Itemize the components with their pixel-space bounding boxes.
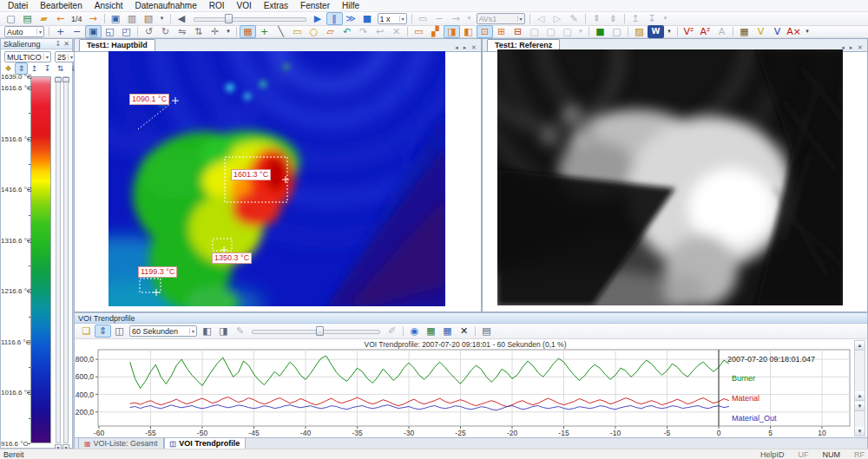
page-down-button[interactable]: ⇟	[605, 12, 621, 25]
voi-group-button[interactable]: ▢	[526, 25, 542, 38]
zoom-in-button[interactable]: +	[52, 25, 69, 38]
temperature-color-scale[interactable]	[30, 76, 51, 443]
voi-table-button[interactable]: ▦	[736, 25, 753, 38]
print-button[interactable]: ▤	[478, 325, 495, 338]
grid-on-button[interactable]: ■	[592, 25, 608, 38]
sequence-dropdown[interactable]: ▾	[464, 12, 475, 25]
menu-datenaufnahme[interactable]: Datenaufnahme	[129, 0, 203, 11]
copy-trend-button[interactable]: ❏	[78, 325, 95, 338]
next-frame-button[interactable]: ▷	[549, 12, 566, 25]
trend-autoscale-button[interactable]: ⇕	[95, 325, 111, 338]
voi-v4-button[interactable]: V	[769, 25, 786, 38]
tab-nav-buttons[interactable]: ◂ ▸ ✕	[841, 44, 867, 51]
voi-rect-button[interactable]: ▭	[411, 25, 427, 38]
voi-paste-button[interactable]: ⊞	[493, 25, 510, 38]
voi-v3-button[interactable]: V	[753, 25, 769, 38]
trend-scrollbar[interactable]: ▲ ▲ ▼ ▼	[854, 340, 865, 436]
voi-v2-button[interactable]: V²	[681, 25, 697, 38]
next-image-button[interactable]: →	[85, 12, 102, 25]
delete-roi-button[interactable]: ✕	[388, 25, 404, 38]
voi-move-button[interactable]: ◧	[460, 25, 477, 38]
stop-button[interactable]: ■	[359, 12, 376, 25]
undo-roi-button[interactable]: ↶	[339, 25, 355, 38]
view-dropdown[interactable]: ▾	[223, 25, 233, 38]
menu-voi[interactable]: VOI	[230, 0, 257, 11]
reference-image[interactable]	[497, 49, 843, 305]
spot-label-4[interactable]: 1199.3 °C	[138, 266, 177, 278]
menu-hilfe[interactable]: Hilfe	[336, 0, 365, 11]
levels-combo[interactable]: 256▾	[55, 51, 76, 62]
trend-time-slider[interactable]	[252, 325, 380, 337]
palette-button[interactable]: ▨	[631, 25, 648, 38]
scale-min-button[interactable]: ↧	[41, 62, 54, 75]
audio-button[interactable]: ◀	[174, 12, 190, 25]
fit-window-button[interactable]: ▣	[85, 25, 102, 38]
trend-chart-svg[interactable]: -60-55-50-45-40-35-30-25-20-15-10-505101…	[75, 339, 856, 437]
annotate-button[interactable]: ✎	[566, 12, 582, 25]
grid-off-button[interactable]: ▢	[608, 25, 625, 38]
scale-max-slider-thumb[interactable]	[55, 77, 62, 82]
zoom-out-button[interactable]: −	[69, 25, 85, 38]
record-button[interactable]: ▭	[415, 12, 431, 25]
fast-forward-button[interactable]: ≫	[343, 12, 359, 25]
roi-rect-button[interactable]: ▭	[289, 25, 306, 38]
voi-ax-button[interactable]: A×	[786, 25, 802, 38]
speed-combo[interactable]: 1 x▾	[378, 13, 407, 24]
playback-position-slider[interactable]	[194, 13, 306, 24]
palette-combo[interactable]: MULTICOLOR▾	[4, 51, 51, 62]
remove-sequence-button[interactable]: −	[431, 12, 448, 25]
pin-icon[interactable]: ↧	[56, 40, 62, 49]
copy-image-button[interactable]: ▥	[124, 12, 141, 25]
scale-max-slider[interactable]	[56, 76, 61, 443]
pan-button[interactable]: ✛	[207, 25, 223, 38]
roi-grid-button[interactable]: ▦	[240, 25, 256, 38]
new-document-button[interactable]: ▢	[3, 12, 19, 25]
last-frame-button[interactable]: ↧	[644, 12, 661, 25]
trend-edit-button[interactable]: ✎	[232, 325, 248, 338]
page-up-button[interactable]: ⇞	[589, 12, 605, 25]
menu-roi[interactable]: ROI	[203, 0, 231, 11]
new-report-button[interactable]: ▤	[19, 12, 36, 25]
roi-point-button[interactable]: +	[256, 25, 273, 38]
prev-frame-button[interactable]: ◁	[533, 12, 549, 25]
voi-dropdown[interactable]: ▾	[575, 25, 586, 38]
voi-link-button[interactable]: ⊟	[510, 25, 526, 38]
redo-roi-button[interactable]: ↷	[355, 25, 372, 38]
menu-bearbeiten[interactable]: Bearbeiten	[34, 0, 88, 11]
save-button[interactable]: ▣	[108, 12, 124, 25]
clear-trend-button[interactable]: ✕	[456, 325, 472, 338]
tab-hauptbild[interactable]: Test1: Hauptbild	[79, 39, 155, 51]
voi-a2-button[interactable]: A²	[697, 25, 713, 38]
first-frame-button[interactable]: ↥	[628, 12, 644, 25]
actual-size-button[interactable]: ◱	[102, 25, 118, 38]
roi-polygon-button[interactable]: ▱	[322, 25, 339, 38]
roi-line-button[interactable]: ╲	[273, 25, 289, 38]
full-screen-button[interactable]: ◰	[118, 25, 135, 38]
zoom-mode-combo[interactable]: Auto▾	[4, 26, 44, 37]
voi-a-button[interactable]: A	[713, 25, 730, 38]
profile-a-button[interactable]: ◧	[199, 325, 215, 338]
profile-b-button[interactable]: ◨	[215, 325, 232, 338]
scale-auto-button[interactable]: ⇅	[54, 62, 67, 75]
voi-ungroup-button[interactable]: ▢	[542, 25, 559, 38]
prev-image-button[interactable]: ←	[52, 12, 69, 25]
tools-dropdown[interactable]: ▾	[664, 25, 674, 38]
show-table-button[interactable]: ▦	[439, 325, 456, 338]
menu-datei[interactable]: Datei	[2, 0, 34, 11]
playback-more-dropdown[interactable]: ▾	[661, 12, 671, 25]
rotate-left-button[interactable]: ↺	[141, 25, 157, 38]
scroll-page-down-icon[interactable]: ▼	[855, 402, 865, 411]
menu-ansicht[interactable]: Ansicht	[89, 0, 129, 11]
voi-copy-button[interactable]: ⊡	[477, 25, 493, 38]
trend-time-slider-thumb[interactable]	[316, 326, 324, 336]
flip-vertical-button[interactable]: ⇅	[190, 25, 207, 38]
pause-button[interactable]: ‖	[326, 12, 343, 25]
spot-label-2[interactable]: 1601.3 °C	[231, 169, 271, 180]
playback-position-slider-thumb[interactable]	[225, 14, 233, 23]
scroll-up-icon[interactable]: ▲	[855, 341, 865, 351]
spot-label-3[interactable]: 1350.3 °C	[212, 252, 252, 264]
voi-lock-button[interactable]: ▢	[559, 25, 575, 38]
rotate-right-button[interactable]: ↻	[157, 25, 174, 38]
scale-min-slider[interactable]	[63, 76, 69, 443]
tab-nav-buttons[interactable]: ◂ ▸ ✕	[455, 44, 481, 51]
